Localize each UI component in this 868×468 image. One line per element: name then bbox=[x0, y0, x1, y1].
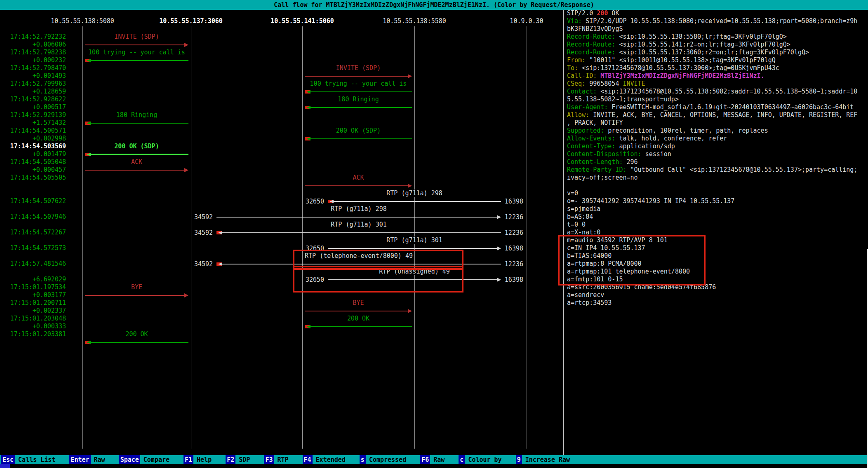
flow-message-label[interactable]: 200 OK bbox=[302, 315, 414, 323]
flow-message-arrow[interactable] bbox=[85, 166, 188, 174]
rtp-port-right: 12236 bbox=[504, 213, 524, 221]
column-lifeline bbox=[527, 26, 527, 449]
footer-action-label: Calls List bbox=[18, 455, 55, 464]
rtp-port-left: 32650 bbox=[305, 198, 325, 205]
flow-message-arrow[interactable] bbox=[85, 119, 188, 127]
arrowhead-right-icon bbox=[497, 246, 501, 250]
raw-line: Call-ID: MTBlZjY3MzIxMDIzZDgxNjFhNGFjMDE… bbox=[567, 72, 866, 80]
footer-action-label: Increase Raw bbox=[525, 455, 570, 464]
flow-message-label[interactable]: 200 OK (SDP) bbox=[82, 143, 191, 150]
column-header: 10.55.55.138:5580 bbox=[357, 17, 472, 25]
footer-key-space[interactable]: Space bbox=[119, 455, 140, 464]
timestamp: 17:14:54.572267 bbox=[0, 229, 66, 236]
timestamp: 17:14:54.505505 bbox=[0, 174, 66, 182]
flow-message-label[interactable]: RTP (telephone-event/8000) 49 bbox=[191, 252, 527, 260]
column-lifeline bbox=[82, 26, 83, 449]
flow-message-label[interactable]: RTP (g711a) 298 bbox=[302, 190, 527, 197]
raw-line: , PRACK, NOTIFY bbox=[567, 119, 866, 127]
flow-message-arrow[interactable]: 3265016398 bbox=[305, 276, 524, 283]
raw-line: Allow: INVITE, ACK, BYE, CANCEL, OPTIONS… bbox=[567, 111, 866, 119]
delta-time: +0.000333 bbox=[0, 323, 66, 330]
flow-message-arrow[interactable] bbox=[85, 56, 188, 64]
flow-message-label[interactable]: 180 Ringing bbox=[82, 111, 191, 119]
raw-line: a=rtpmap:8 PCMA/8000 bbox=[567, 260, 866, 268]
raw-message-panel[interactable]: SIP/2.0 200 OKVia: SIP/2.0/UDP 10.55.55.… bbox=[567, 9, 866, 307]
raw-line: Contact: <sip:13712345678@10.55.55.138:5… bbox=[567, 88, 866, 96]
footer-key-f2[interactable]: F2 bbox=[226, 455, 235, 464]
raw-line: b=AS:84 bbox=[567, 213, 866, 221]
footer-bar: EscCalls ListEnterRawSpaceCompareF1HelpF… bbox=[0, 455, 868, 464]
footer-key-enter[interactable]: Enter bbox=[69, 455, 90, 464]
flow-message-arrow[interactable] bbox=[85, 150, 188, 158]
flow-message-label[interactable]: RTP (g711a) 301 bbox=[191, 221, 527, 229]
flow-message-arrow[interactable] bbox=[305, 323, 412, 330]
flow-message-arrow[interactable] bbox=[85, 291, 188, 299]
footer-action-label: Raw bbox=[94, 455, 105, 464]
flow-message-arrow[interactable]: 3459212236 bbox=[193, 213, 524, 221]
raw-line: a=ssrc:2000356915 cname:5ed04e574f685876 bbox=[567, 283, 866, 291]
raw-line: b=TIAS:64000 bbox=[567, 252, 866, 260]
footer-action-label: Raw bbox=[433, 455, 445, 464]
arrowhead-right-icon bbox=[184, 293, 188, 297]
rtp-port-right: 16398 bbox=[504, 276, 524, 283]
timestamp: 17:14:54.505048 bbox=[0, 158, 66, 166]
flow-message-label[interactable]: 100 trying -- your call is bbox=[82, 49, 191, 56]
flow-message-label[interactable]: RTP (Unassigned) 49 bbox=[302, 268, 527, 276]
raw-line: v=0 bbox=[567, 190, 866, 197]
flow-message-label[interactable]: 100 trying -- your call is bbox=[302, 80, 414, 88]
flow-message-arrow[interactable] bbox=[305, 182, 412, 190]
flow-message-label[interactable]: 200 OK (SDP) bbox=[302, 127, 414, 135]
footer-action-label: Colour by bbox=[468, 455, 501, 464]
raw-line bbox=[567, 182, 866, 190]
footer-key-esc[interactable]: Esc bbox=[1, 455, 15, 464]
arrow-shaft bbox=[85, 293, 188, 297]
flow-message-label[interactable]: ACK bbox=[82, 158, 191, 166]
raw-line: a=sendrecv bbox=[567, 291, 866, 299]
flow-message-label[interactable]: BYE bbox=[302, 299, 414, 307]
flow-message-arrow[interactable] bbox=[305, 103, 412, 111]
flow-message-arrow[interactable]: 3265016398 bbox=[305, 197, 524, 205]
rtp-port-left: 34592 bbox=[193, 229, 214, 236]
delta-time: +0.002998 bbox=[0, 135, 66, 143]
column-header: 10.55.55.138:5080 bbox=[25, 17, 140, 25]
footer-action-label: SDP bbox=[239, 455, 250, 464]
flow-message-arrow[interactable]: 3459212236 bbox=[193, 260, 524, 268]
flow-message-arrow[interactable] bbox=[305, 135, 412, 143]
delta-time: +0.001479 bbox=[0, 150, 66, 158]
arrow-shaft bbox=[85, 123, 188, 124]
flow-message-label[interactable]: ACK bbox=[302, 174, 414, 182]
footer-action-label: Extended bbox=[316, 455, 346, 464]
flow-message-label[interactable]: 180 Ringing bbox=[302, 96, 414, 103]
footer-key-f6[interactable]: F6 bbox=[420, 455, 430, 464]
footer-key-s[interactable]: s bbox=[360, 455, 366, 464]
raw-line: 5.55.138~5082~1;transport=udp> bbox=[567, 96, 866, 103]
flow-message-label[interactable]: INVITE (SDP) bbox=[82, 33, 191, 41]
flow-message-label[interactable]: BYE bbox=[82, 283, 191, 291]
raw-line: Via: SIP/2.0/UDP 10.55.55.138:5080;recei… bbox=[567, 17, 866, 25]
footer-key-9[interactable]: 9 bbox=[516, 455, 522, 464]
timestamp: 17:14:52.798470 bbox=[0, 64, 66, 72]
flow-message-arrow[interactable] bbox=[85, 338, 188, 346]
footer-key-f3[interactable]: F3 bbox=[264, 455, 274, 464]
flow-message-arrow[interactable]: 3265016398 bbox=[305, 244, 524, 252]
flow-message-arrow[interactable] bbox=[305, 72, 412, 80]
delta-time: +0.006006 bbox=[0, 41, 66, 49]
footer-key-f1[interactable]: F1 bbox=[183, 455, 193, 464]
flow-message-label[interactable]: INVITE (SDP) bbox=[302, 64, 414, 72]
footer-key-f4[interactable]: F4 bbox=[303, 455, 313, 464]
flow-message-label[interactable]: RTP (g711a) 298 bbox=[191, 205, 527, 213]
arrow-shaft bbox=[305, 138, 412, 139]
flow-message-label[interactable]: RTP (g711a) 301 bbox=[302, 236, 527, 244]
rtp-port-left: 32650 bbox=[305, 276, 325, 283]
raw-line: Remote-Party-ID: "Outbound Call" <sip:13… bbox=[567, 166, 866, 174]
flow-message-arrow[interactable] bbox=[305, 307, 412, 315]
flow-message-label[interactable]: 200 OK bbox=[82, 330, 191, 338]
timestamp: 17:14:52.929139 bbox=[0, 111, 66, 119]
arrow-shaft bbox=[216, 232, 501, 233]
flow-message-arrow[interactable]: 3459212236 bbox=[193, 229, 524, 236]
delta-time: +1.571432 bbox=[0, 119, 66, 127]
rtp-port-left: 34592 bbox=[193, 213, 214, 221]
footer-key-c[interactable]: c bbox=[459, 455, 465, 464]
flow-message-arrow[interactable] bbox=[85, 41, 188, 49]
flow-message-arrow[interactable] bbox=[305, 88, 412, 96]
